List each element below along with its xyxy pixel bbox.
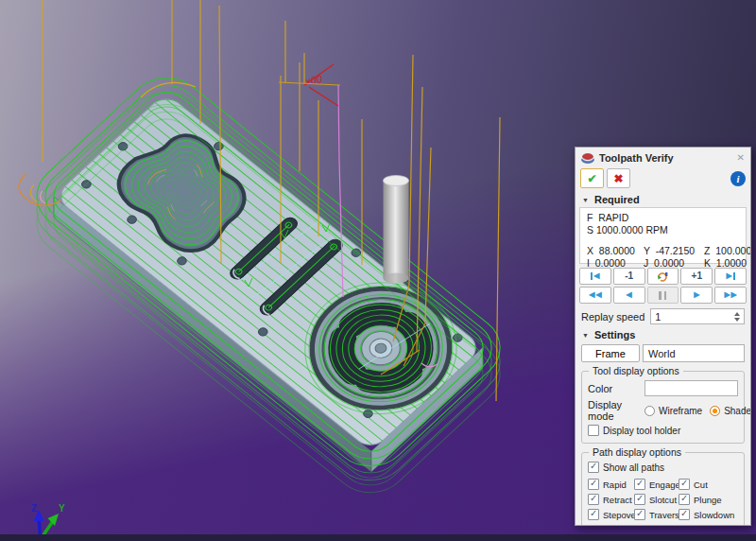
z-coord: Z 100.0000: [704, 245, 751, 257]
step-back-button[interactable]: -1: [613, 268, 645, 285]
ok-button[interactable]: ✔: [580, 168, 604, 188]
display-tool-holder-label: Display tool holder: [603, 426, 680, 436]
shade-radio-label: Shade: [724, 406, 751, 416]
settings-section-label: Settings: [594, 329, 635, 340]
annotation-text: x00: [303, 73, 323, 87]
display-tool-holder-checkbox[interactable]: [588, 425, 599, 436]
pause-button[interactable]: [647, 287, 679, 304]
stepover-checkbox[interactable]: [588, 509, 599, 520]
check-icon: ✔: [587, 172, 596, 185]
engage-checkbox[interactable]: [634, 479, 645, 490]
info-icon[interactable]: i: [730, 171, 746, 186]
slotcut-checkbox[interactable]: [634, 494, 645, 505]
path-type-checkbox-grid: Rapid Engage Cut Retract Slotcut Plunge …: [588, 479, 738, 520]
dialog-titlebar[interactable]: Toolpath Verify ✕: [576, 148, 750, 167]
shade-radio[interactable]: [710, 406, 720, 416]
plunge-checkbox[interactable]: [679, 494, 690, 505]
toolpath-verify-dialog: Toolpath Verify ✕ ✔ ✖ i ▼ Required F RAP…: [575, 147, 751, 526]
replay-speed-row: Replay speed 1: [581, 308, 745, 324]
gcode-status-panel: F RAPID S 1000.0000 RPM X 88.0000 Y -47.…: [579, 207, 747, 264]
color-label: Color: [588, 383, 644, 394]
application-window: x00 Z Y: [0, 0, 756, 541]
display-mode-label: Display mode: [588, 399, 644, 422]
settings-section-header[interactable]: ▼ Settings: [576, 326, 750, 342]
frame-field[interactable]: World: [643, 344, 745, 362]
spinner-arrows-icon[interactable]: [734, 312, 740, 322]
skip-to-start-button[interactable]: ◀: [579, 268, 611, 285]
z-axis-label: Z: [31, 503, 37, 514]
rapid-checkbox[interactable]: [588, 479, 599, 490]
pause-icon: [659, 291, 662, 300]
skip-to-end-button[interactable]: ▶: [714, 268, 747, 285]
required-section-label: Required: [594, 194, 640, 205]
step-forward-button[interactable]: +1: [680, 268, 713, 285]
fast-backward-button[interactable]: ◀◀: [579, 287, 611, 304]
toolpath-verify-icon: [581, 152, 594, 164]
path-display-options-group: Path display options Show all paths Rapi…: [581, 452, 745, 526]
play-backward-button[interactable]: ◀: [613, 287, 645, 304]
tool-cylinder: [384, 176, 409, 284]
slowdown-checkbox[interactable]: [679, 509, 690, 520]
show-all-paths-label: Show all paths: [603, 462, 664, 473]
collapse-triangle-icon: ▼: [582, 197, 589, 203]
play-forward-button[interactable]: ▶: [680, 287, 713, 304]
collapse-triangle-icon: ▼: [582, 332, 589, 339]
y-coord: Y -47.2150: [644, 245, 704, 257]
prev-icon: ◀: [593, 272, 599, 280]
cancel-button[interactable]: ✖: [607, 168, 630, 188]
bar-icon: [733, 272, 735, 280]
wireframe-radio-label: Wireframe: [659, 406, 702, 416]
dialog-actions: ✔ ✖ i: [576, 167, 750, 191]
tool-display-legend: Tool display options: [589, 365, 683, 376]
coordinate-readout: X 88.0000 Y -47.2150 Z 100.0000 I 0.0000…: [587, 245, 739, 270]
retract-checkbox[interactable]: [588, 494, 599, 505]
color-input[interactable]: [644, 380, 738, 396]
spindle-line: S 1000.0000 RPM: [587, 224, 739, 236]
required-section-header[interactable]: ▼ Required: [576, 191, 750, 207]
tool-display-options-group: Tool display options Color Display mode …: [581, 371, 745, 444]
feed-line: F RAPID: [587, 212, 739, 224]
next-icon: ▶: [727, 272, 732, 280]
viewport-bottom-strip: [0, 534, 756, 541]
bar-icon: [591, 272, 593, 280]
reset-button[interactable]: [647, 268, 679, 285]
replay-speed-label: Replay speed: [581, 311, 644, 323]
show-all-paths-checkbox[interactable]: [588, 462, 599, 473]
replay-speed-value: 1: [655, 311, 661, 323]
x-coord: X 88.0000: [587, 245, 644, 257]
cut-checkbox[interactable]: [679, 479, 690, 490]
reset-icon: [657, 271, 669, 282]
frame-row: Frame World: [581, 344, 745, 362]
dialog-title: Toolpath Verify: [599, 152, 674, 164]
traversal-checkbox[interactable]: [634, 509, 645, 520]
x-icon: ✖: [613, 172, 623, 185]
frame-button[interactable]: Frame: [581, 344, 640, 362]
replay-speed-input[interactable]: 1: [650, 308, 745, 324]
fast-forward-button[interactable]: ▶▶: [714, 287, 747, 304]
playback-controls: ◀ -1 +1 ▶ ◀◀ ◀ ▶ ▶▶: [579, 268, 747, 304]
path-display-legend: Path display options: [589, 446, 685, 458]
close-icon[interactable]: ✕: [737, 152, 745, 163]
wireframe-radio[interactable]: [644, 406, 655, 416]
y-axis-label: Y: [59, 503, 65, 514]
